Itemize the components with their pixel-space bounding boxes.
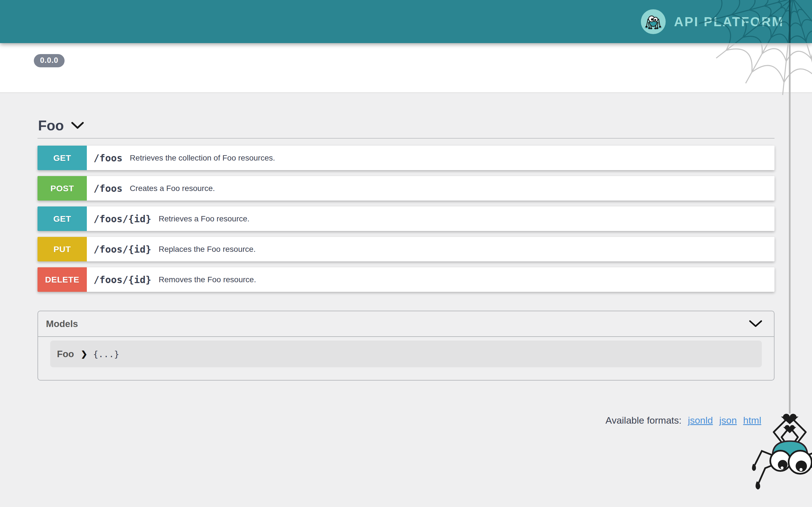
version-badge: 0.0.0 (34, 54, 64, 67)
format-link-html[interactable]: html (743, 415, 761, 426)
operation-row-post-foos[interactable]: POST /foos Creates a Foo resource. (38, 176, 774, 201)
api-info-bar: 0.0.0 (0, 43, 812, 93)
operation-row-put-foos-id[interactable]: PUT /foos/{id} Replaces the Foo resource… (38, 237, 774, 262)
tag-section-header-foo[interactable]: Foo (38, 93, 774, 138)
operation-path: /foos/{id} (94, 237, 151, 262)
chevron-down-icon (749, 320, 762, 328)
main-content: Foo GET /foos Retrieves the collection o… (0, 93, 812, 426)
operation-description: Replaces the Foo resource. (159, 237, 256, 262)
chevron-right-icon: ❯ (81, 349, 87, 358)
brand-wordmark: API PLATFORM (674, 14, 784, 29)
method-badge: POST (38, 176, 87, 201)
model-preview: {...} (93, 349, 119, 359)
models-header[interactable]: Models (38, 311, 774, 337)
chevron-down-icon (71, 122, 84, 129)
api-platform-logo[interactable]: API PLATFORM (641, 0, 784, 43)
formats-label: Available formats: (606, 415, 682, 426)
model-name: Foo (57, 349, 74, 359)
models-body: Foo ❯ {...} (38, 337, 774, 380)
operation-path: /foos/{id} (94, 207, 151, 231)
operations-list: GET /foos Retrieves the collection of Fo… (38, 146, 774, 292)
operation-row-get-foos-id[interactable]: GET /foos/{id} Retrieves a Foo resource. (38, 207, 774, 231)
top-navbar: API PLATFORM (0, 0, 812, 43)
operation-description: Removes the Foo resource. (159, 267, 256, 292)
operation-row-delete-foos-id[interactable]: DELETE /foos/{id} Removes the Foo resour… (38, 267, 774, 292)
operation-row-get-foos[interactable]: GET /foos Retrieves the collection of Fo… (38, 146, 774, 170)
models-title: Models (46, 319, 78, 329)
model-row-foo[interactable]: Foo ❯ {...} (50, 341, 762, 367)
operation-description: Retrieves a Foo resource. (159, 207, 250, 231)
method-badge: GET (38, 146, 87, 170)
format-link-json[interactable]: json (719, 415, 737, 426)
models-section: Models Foo ❯ {...} (38, 311, 774, 381)
format-link-jsonld[interactable]: jsonld (688, 415, 713, 426)
spider-logo-icon (641, 9, 666, 34)
operation-path: /foos (94, 176, 122, 201)
method-badge: GET (38, 207, 87, 231)
operation-description: Creates a Foo resource. (130, 176, 215, 201)
method-badge: PUT (38, 237, 87, 262)
operation-description: Retrieves the collection of Foo resource… (130, 146, 275, 170)
available-formats: Available formats: jsonld json html (38, 415, 774, 426)
method-badge: DELETE (38, 267, 87, 292)
tag-title: Foo (38, 118, 64, 133)
operation-path: /foos (94, 146, 122, 170)
operation-path: /foos/{id} (94, 267, 151, 292)
